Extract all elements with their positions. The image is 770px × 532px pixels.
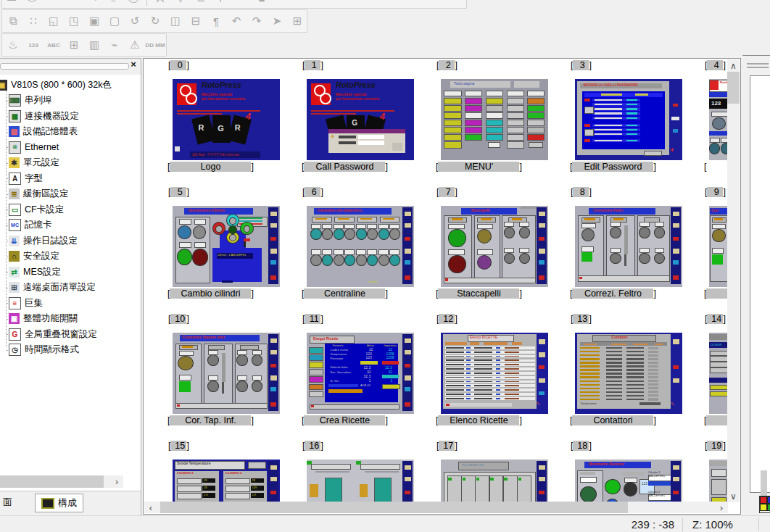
sidebar-item-mes[interactable]: ⇄MES設定 [9,265,61,279]
sidebar-item-time-display-format[interactable]: ◷時間顯示格式 [9,343,79,357]
graph-display-icon[interactable]: ▥ [85,36,104,54]
color-palette-icon[interactable] [759,496,770,513]
function-f-tool-icon[interactable]: Ⓕ [124,0,143,7]
flip-vertical-icon[interactable]: ⊟ [186,12,205,30]
sidebar-hscrollbar-right-icon[interactable]: › [110,475,123,488]
sidebar-hscrollbar-thumb[interactable] [0,475,104,488]
screen-thumbnail[interactable]: MODIFICA LIVELLI PASSWORD✶ [575,79,682,160]
horizontal-scrollbar-thumb[interactable] [160,502,628,513]
polygon-tool-icon[interactable]: ⬡ [22,0,41,7]
sidebar-item-operation-log[interactable]: ⇊操作日誌設定 [9,233,78,248]
text-a-tool-icon[interactable]: A [151,0,170,7]
text-display-icon[interactable]: ABC [44,36,63,54]
sidebar-item-model[interactable]: ▣V810S (800 * 600) 32k色 [0,78,112,92]
screen-thumbnail[interactable]: RotoPressMacchine specialiper lavorazion… [173,79,280,160]
sidebar-item-cf-card[interactable]: ▭CF卡設定 [9,202,64,217]
machine-part-icon[interactable]: ♨ [4,36,22,54]
sidebar-item-memory-card[interactable]: MC記憶卡 [9,218,52,233]
horizontal-scrollbar[interactable]: ‹ › [144,502,728,513]
arrow-marker-tool-icon[interactable]: ▽ [171,0,190,7]
dock-grip[interactable] [747,67,769,68]
flip-horizontal-icon[interactable]: ◫ [166,12,185,30]
screen-thumbnail[interactable]: Corr [709,206,728,287]
select-frame-1-icon[interactable]: ▣ [85,12,104,30]
select-pointer-icon[interactable]: ➤ [268,12,286,30]
screen-thumbnail[interactable] [709,460,728,502]
screen-thumbnail[interactable]: Titolo pagina [441,79,548,160]
redo-icon[interactable]: ↷ [247,12,266,30]
numeric-display-icon[interactable]: 123 [24,36,43,54]
sidebar-hscrollbar[interactable]: › [0,475,123,488]
stamp-tool-icon[interactable]: ♜ [191,0,210,7]
scroll-up-icon[interactable]: ∧ [727,59,740,72]
rotate-right-icon[interactable]: ↻ [146,12,165,30]
sidebar-item-device-connection[interactable]: ▦連接機器設定 [9,109,79,123]
thumbnail-art-shape [580,373,599,374]
screen-thumbnail[interactable]: Sostituzione Cilindro02/min : 2 ABCDEF01 [173,206,280,287]
tab-screen[interactable]: 面 [0,494,18,511]
pen-tool-icon[interactable]: ✎ [83,0,102,7]
copy-object-icon[interactable]: ⧉ [4,12,22,30]
connector-icon[interactable]: ⌁ [105,36,124,54]
sidebar-item-font[interactable]: A字型 [9,171,43,186]
screen-thumbnail[interactable]: Correzione Feltro [575,206,682,287]
screen-thumbnail[interactable]: RotoPress123 [709,79,728,160]
multi-copy-icon[interactable]: ∷ [24,12,43,30]
thumbnail-art-shape [328,384,358,387]
sidebar-item-ethernet[interactable]: ⌗Ethernet [9,140,59,154]
filled-rect-tool-icon[interactable]: ■ [252,0,271,7]
date-display-icon[interactable]: DD MM [146,36,165,54]
overlap-shape-2-icon[interactable]: ◳ [65,12,83,30]
memory-card-icon: MC [9,219,21,231]
close-icon[interactable]: × [128,59,139,72]
text-abc-tool-icon[interactable]: ABC [43,0,62,7]
panel-slider-track[interactable] [0,63,129,70]
screen-thumbnail[interactable]: Staccapelli [441,206,548,287]
screen-thumbnail[interactable]: PLC MICRO 370 [441,460,548,502]
thumbnail-art-shape [624,482,638,496]
rotate-left-icon[interactable]: ↺ [125,12,144,30]
sidebar-item-serial-port[interactable]: ⌨串列埠 [9,93,52,108]
export-grid-icon[interactable]: ⊞ [288,12,307,30]
dot-tool-icon[interactable]: • [63,0,82,7]
thumbnail-art-shape [527,98,545,104]
sidebar-item-security[interactable]: ∩安全設定 [9,249,59,264]
keypad-icon[interactable]: ⊞ [65,36,83,54]
slash-tool-icon[interactable]: / [212,0,231,7]
screen-thumbnail[interactable] [307,460,414,502]
alarm-icon[interactable]: ⚠ [125,36,144,54]
sidebar-item-device-memory-table[interactable]: ▤設備記憶體表 [9,125,78,139]
vertical-scrollbar-thumb[interactable] [727,72,740,104]
sidebar-item-remote-desktop-list[interactable]: ⊞遠端桌面清單設定 [9,280,96,295]
screen-thumbnail[interactable]: ContatoriTotalizzatore✎ [575,333,682,414]
screen-thumbnail[interactable]: Sonde TemperatureCILINDRO 328281.9CILIND… [173,460,280,502]
undo-icon[interactable]: ↶ [227,12,246,30]
overlap-shape-1-icon[interactable]: ◱ [44,12,63,30]
pin-marker-icon[interactable]: ¶ [207,12,225,30]
screen-thumbnail[interactable]: RotoPressMacchine specialiper lavorazion… [307,79,414,160]
screen-thumbnail[interactable]: Correzione Tappeto Infer. [173,333,280,414]
sidebar-item-global-overlap-window[interactable]: G全局重疊視窗設定 [9,327,97,341]
vertical-scrollbar[interactable]: ∧ ∨ [727,59,740,502]
bracket-tool-icon[interactable]: ⌶ [104,0,123,7]
line-tool-icon[interactable]: ─ [232,0,251,7]
scroll-right-icon[interactable]: › [715,502,728,513]
screen-thumbnail[interactable]: CILINDR [709,333,728,414]
dock-grip[interactable] [747,63,769,65]
screen-thumbnail[interactable]: Elenco RICETTE✎ [441,333,548,414]
select-frame-2-icon[interactable]: ▢ [105,12,124,30]
rect-tool-icon[interactable]: ▭ [2,0,21,7]
scroll-down-icon[interactable]: ∨ [727,490,740,502]
sidebar-item-global-function-switch[interactable]: ▣整體功能開關 [9,312,78,326]
scroll-left-icon[interactable]: ‹ [144,502,157,513]
sidebar-item-unit-settings[interactable]: ✱單元設定 [9,156,59,170]
screen-thumbnail[interactable]: Esegui RicetteFormatoAttivaImpostataCodi… [307,333,414,414]
sidebar-item-macro[interactable]: ≡巨集 [9,296,43,310]
sidebar-item-label: 全局重疊視窗設定 [25,328,97,341]
thumbnail-art-shape: Totalizzatore [580,402,596,405]
screen-thumbnail[interactable]: Centraline olio-diatermico01/min [307,206,414,287]
screen-name-label: [Call Password] [302,162,388,172]
screen-thumbnail[interactable]: Movimento Revolver123Cilindro 1ABCDEFGHI… [575,460,682,502]
tab-composition[interactable]: 構成 [35,494,83,512]
sidebar-item-buffer-settings[interactable]: ≣緩衝區設定 [9,187,69,201]
